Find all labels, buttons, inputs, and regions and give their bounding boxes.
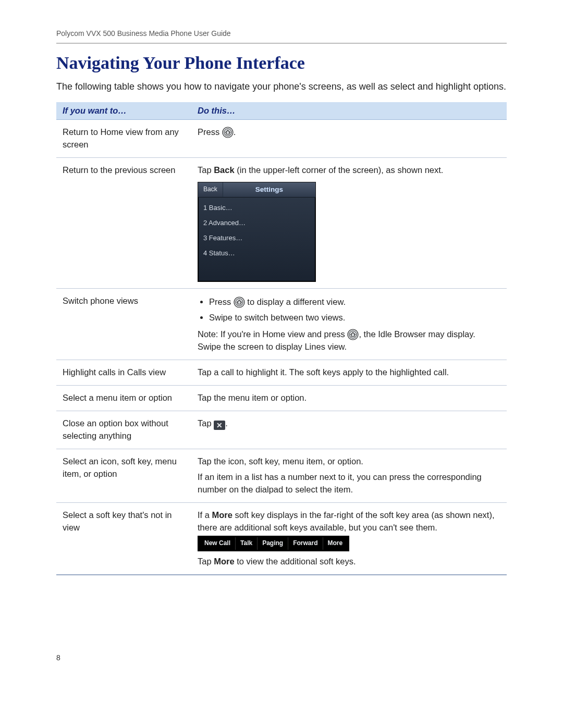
table-row: Close an option box without selecting an… — [56, 411, 507, 449]
close-icon: ✕ — [214, 421, 225, 430]
softkey-forward[interactable]: Forward — [288, 537, 323, 549]
want-cell: Select a soft key that's not in view — [56, 502, 191, 575]
text: Tap — [198, 418, 214, 428]
running-header: Polycom VVX 500 Business Media Phone Use… — [56, 29, 507, 43]
list-item[interactable]: 4 Status… — [198, 246, 315, 261]
text: soft key displays in the far-right of th… — [198, 510, 495, 532]
text: Tap the icon, soft key, menu item, or op… — [198, 455, 500, 468]
softkey-talk[interactable]: Talk — [236, 537, 258, 549]
table-row: Select an icon, soft key, menu item, or … — [56, 449, 507, 502]
page-number: 8 — [56, 653, 507, 662]
list-item: Press to display a different view. — [209, 296, 500, 309]
text: Note: If you're in Home view and press — [198, 329, 347, 339]
table-row: Select a soft key that's not in view If … — [56, 502, 507, 575]
text-bold: More — [212, 510, 232, 520]
do-cell: Tap the menu item or option. — [191, 386, 507, 411]
home-icon — [222, 127, 234, 138]
want-cell: Return to Home view from any screen — [56, 120, 191, 158]
table-row: Return to the previous screen Tap Back (… — [56, 158, 507, 289]
table-row: Highlight calls in Calls view Tap a call… — [56, 360, 507, 386]
settings-titlebar: Back Settings — [198, 182, 315, 198]
table-row: Select a menu item or option Tap the men… — [56, 386, 507, 411]
text: . — [234, 127, 236, 137]
softkey-more[interactable]: More — [323, 537, 348, 549]
text: Press — [209, 297, 234, 306]
do-cell: Press to display a different view. Swi — [191, 289, 507, 360]
want-cell: Close an option box without selecting an… — [56, 411, 191, 449]
col-header-want: If you want to… — [56, 102, 191, 120]
back-softkey[interactable]: Back — [198, 182, 223, 197]
want-cell: Switch phone views — [56, 289, 191, 360]
do-cell: Press . — [191, 120, 507, 158]
do-cell: Tap ✕. — [191, 411, 507, 449]
list-item[interactable]: 1 Basic… — [198, 201, 315, 216]
settings-title: Settings — [223, 182, 315, 197]
text: . — [225, 418, 228, 428]
want-cell: Select a menu item or option — [56, 386, 191, 411]
page-title: Navigating Your Phone Interface — [56, 53, 507, 73]
do-cell: Tap the icon, soft key, menu item, or op… — [191, 449, 507, 502]
text: If a — [198, 510, 212, 520]
text: to view the additional soft keys. — [235, 557, 356, 566]
table-row: Switch phone views Press — [56, 289, 507, 360]
softkey-new-call[interactable]: New Call — [200, 537, 236, 549]
want-cell: Return to the previous screen — [56, 158, 191, 289]
home-icon — [234, 297, 245, 308]
text: to display a different view. — [247, 297, 346, 306]
do-cell: If a More soft key displays in the far-r… — [191, 502, 507, 575]
text: Press — [198, 127, 222, 137]
header-rule — [56, 43, 507, 44]
list-item[interactable]: 3 Features… — [198, 231, 315, 246]
text: Tap — [198, 165, 214, 175]
settings-screenshot: Back Settings 1 Basic… 2 Advanced… 3 Fea… — [198, 182, 316, 282]
text-bold: More — [214, 557, 234, 566]
bullet-list: Press to display a different view. Swi — [198, 296, 500, 324]
text: Tap — [198, 557, 214, 566]
text: (in the upper-left corner of the screen)… — [235, 165, 444, 175]
softkey-bar: New Call Talk Paging Forward More — [198, 536, 349, 551]
home-icon — [347, 329, 359, 340]
want-cell: Select an icon, soft key, menu item, or … — [56, 449, 191, 502]
do-cell: Tap Back (in the upper-left corner of th… — [191, 158, 507, 289]
softkey-paging[interactable]: Paging — [258, 537, 288, 549]
text: If an item in a list has a number next t… — [198, 471, 500, 496]
col-header-do: Do this… — [191, 102, 507, 120]
table-row: Return to Home view from any screen Pres… — [56, 120, 507, 158]
intro-text: The following table shows you how to nav… — [56, 80, 507, 93]
do-cell: Tap a call to highlight it. The soft key… — [191, 360, 507, 386]
list-item: Swipe to switch between two views. — [209, 312, 500, 324]
navigation-table: If you want to… Do this… Return to Home … — [56, 102, 507, 575]
list-item[interactable]: 2 Advanced… — [198, 216, 315, 231]
want-cell: Highlight calls in Calls view — [56, 360, 191, 386]
text-bold: Back — [214, 165, 234, 175]
settings-list: 1 Basic… 2 Advanced… 3 Features… 4 Statu… — [198, 198, 315, 281]
